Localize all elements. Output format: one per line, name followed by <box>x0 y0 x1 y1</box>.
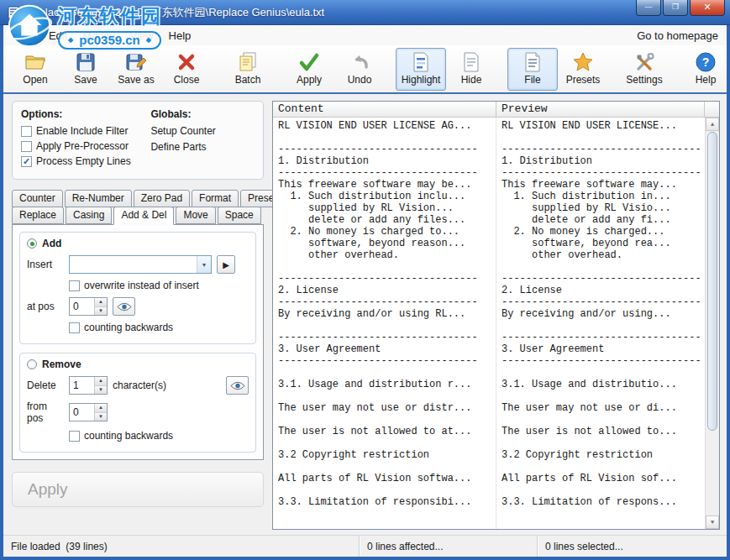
close-button[interactable]: ✕ <box>690 0 725 16</box>
content-line[interactable] <box>278 414 496 426</box>
preview-line[interactable] <box>502 484 705 496</box>
preview-line[interactable]: --------------------------------- <box>502 332 705 343</box>
preview-line[interactable]: By receiving and/or using... <box>502 308 705 320</box>
content-line[interactable]: 3.2 Copyright restriction <box>278 449 496 461</box>
spin-up-icon[interactable]: ▲ <box>95 377 107 386</box>
preview-line[interactable] <box>502 320 705 332</box>
preview-line[interactable]: The user is not allowed to... <box>502 426 705 437</box>
save-as-button[interactable]: Save as <box>111 48 161 91</box>
content-line[interactable]: --------------------------------- <box>278 332 496 343</box>
scroll-up-icon[interactable]: ▲ <box>706 118 719 131</box>
content-line[interactable]: This freeware software may be... <box>278 179 496 191</box>
content-line[interactable]: --------------------------------- <box>278 144 496 155</box>
apply-button[interactable]: Apply <box>12 472 264 507</box>
preview-line[interactable]: 1. Distribution <box>502 155 705 167</box>
tab-move[interactable]: Move <box>176 207 215 224</box>
content-line[interactable] <box>278 261 496 273</box>
from-pos-stepper[interactable]: 0 ▲▼ <box>69 403 108 421</box>
spin-down-icon[interactable]: ▼ <box>95 386 107 395</box>
content-line[interactable]: 1. Such distribution inclu... <box>278 191 496 202</box>
scrollbar-thumb[interactable] <box>707 132 717 431</box>
preview-line[interactable]: software, beyond rea... <box>502 238 705 249</box>
preview-line[interactable]: other overhead. <box>502 249 705 261</box>
tab-re-number[interactable]: Re-Number <box>65 190 132 207</box>
content-line[interactable]: software, beyond reason... <box>278 238 496 249</box>
overwrite-checkbox[interactable]: overwrite instead of insert <box>69 280 249 291</box>
content-line[interactable] <box>278 320 496 332</box>
menu-view[interactable]: View <box>123 27 161 44</box>
go-to-homepage-link[interactable]: Go to homepage <box>637 29 718 42</box>
content-line[interactable]: 1. Distribution <box>278 155 496 167</box>
content-line[interactable]: 3.1. Usage and distribution r... <box>278 379 496 390</box>
content-line[interactable]: By receiving and/or using RL... <box>278 308 496 320</box>
content-line[interactable]: 3.3. Limitation of responsibi... <box>278 496 496 508</box>
at-pos-preview-button[interactable] <box>113 297 135 316</box>
preview-line[interactable]: 2. License <box>502 285 705 296</box>
content-line[interactable]: All parts of RL Vision softwa... <box>278 473 496 484</box>
tab-format[interactable]: Format <box>192 190 239 207</box>
content-line[interactable]: --------------------------------- <box>278 167 496 179</box>
open-button[interactable]: Open <box>10 48 60 91</box>
content-line[interactable]: 2. No money is charged to... <box>278 226 496 238</box>
content-line[interactable]: 2. License <box>278 285 496 296</box>
add-radio[interactable]: Add <box>27 238 249 249</box>
content-line[interactable] <box>278 132 496 144</box>
content-line[interactable] <box>278 461 496 473</box>
spin-up-icon[interactable]: ▲ <box>95 298 107 307</box>
remove-radio[interactable]: Remove <box>27 359 249 370</box>
content-line[interactable]: delete or add any files... <box>278 214 496 226</box>
scrollbar-track[interactable] <box>706 131 719 516</box>
preview-line[interactable] <box>502 132 705 144</box>
vertical-scrollbar[interactable]: ▲ ▼ <box>705 118 719 529</box>
batch-button[interactable]: Batch <box>223 48 273 91</box>
preview-line[interactable]: 3.2 Copyright restriction <box>502 449 705 461</box>
at-pos-stepper[interactable]: 0 ▲▼ <box>69 297 108 316</box>
content-line[interactable]: other overhead. <box>278 249 496 261</box>
preview-line[interactable]: 3.1. Usage and distributio... <box>502 379 705 390</box>
preview-line[interactable] <box>502 367 705 379</box>
content-line[interactable] <box>278 437 496 449</box>
file-toggle-button[interactable]: File <box>507 48 558 91</box>
content-line[interactable]: The user may not use or distr... <box>278 402 496 414</box>
tab-replace[interactable]: Replace <box>12 207 64 224</box>
preview-line[interactable]: --------------------------------- <box>502 167 705 179</box>
preview-column-header[interactable]: Preview <box>496 102 705 117</box>
preview-line[interactable] <box>502 437 705 449</box>
tab-zero-pad[interactable]: Zero Pad <box>134 190 190 207</box>
chevron-down-icon[interactable]: ▼ <box>197 256 211 273</box>
preview-line[interactable]: --------------------------------- <box>502 144 705 155</box>
preview-line[interactable]: This freeware software may... <box>502 179 705 191</box>
content-line[interactable] <box>278 390 496 402</box>
preview-line[interactable]: 3.3. Limitation of respons... <box>502 496 705 508</box>
content-line[interactable]: --------------------------------- <box>278 296 496 308</box>
spin-down-icon[interactable]: ▼ <box>95 307 107 316</box>
enable-include-filter-checkbox[interactable]: Enable Include Filter <box>21 125 150 137</box>
preview-line[interactable]: The user may not use or di... <box>502 402 705 414</box>
preview-line[interactable] <box>502 261 705 273</box>
preview-line[interactable]: --------------------------------- <box>502 355 705 367</box>
content-line[interactable]: supplied by RL Vision... <box>278 202 496 214</box>
menu-edit[interactable]: Edit <box>41 27 75 44</box>
apply-toolbar-button[interactable]: Apply <box>284 48 334 91</box>
menu-modify[interactable]: Modify <box>75 27 122 44</box>
preview-line[interactable]: --------------------------------- <box>502 296 705 308</box>
preview-line[interactable] <box>502 461 705 473</box>
apply-pre-processor-checkbox[interactable]: Apply Pre-Processor <box>21 140 150 152</box>
scroll-down-icon[interactable]: ▼ <box>706 516 719 529</box>
delete-stepper[interactable]: 1 ▲▼ <box>69 376 108 395</box>
preview-line[interactable] <box>502 414 705 426</box>
menu-file[interactable]: File <box>8 27 41 44</box>
minimize-button[interactable]: — <box>636 0 661 16</box>
process-empty-lines-checkbox[interactable]: Process Empty Lines <box>21 155 150 167</box>
hide-toggle-button[interactable]: Hide <box>446 48 496 91</box>
setup-counter-link[interactable]: Setup Counter <box>150 125 255 137</box>
content-line[interactable]: The user is not allowed to at... <box>278 426 496 437</box>
preview-line[interactable]: supplied by RL Visio... <box>502 202 705 214</box>
preview-line[interactable]: --------------------------------- <box>502 273 705 285</box>
maximize-button[interactable]: ❐ <box>663 0 688 16</box>
content-line[interactable]: 3. User Agreement <box>278 343 496 355</box>
content-column-header[interactable]: Content <box>273 102 496 117</box>
content-line[interactable]: --------------------------------- <box>278 273 496 285</box>
preview-line[interactable]: 1. Such distribution in... <box>502 191 705 202</box>
preview-line[interactable]: delete or add any fi... <box>502 214 705 226</box>
